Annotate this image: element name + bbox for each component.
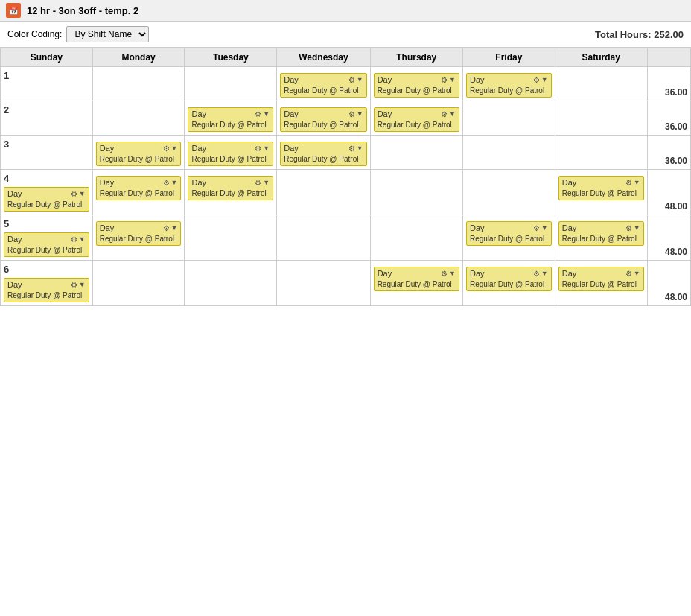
shift-description: Regular Duty @ Patrol	[284, 120, 363, 130]
dropdown-icon[interactable]: ▼	[634, 179, 640, 186]
shift-header: Day⚙▼	[562, 269, 640, 278]
shift-header: Day⚙▼	[7, 189, 86, 198]
gear-icon[interactable]: ⚙	[348, 76, 355, 84]
shift-name: Day	[191, 144, 206, 153]
shift-card: Day⚙▼Regular Duty @ Patrol	[374, 107, 459, 132]
shift-header: Day⚙▼	[284, 75, 363, 84]
shift-description: Regular Duty @ Patrol	[7, 245, 86, 255]
dropdown-icon[interactable]: ▼	[449, 76, 456, 83]
calendar-day-cell	[92, 101, 185, 136]
dropdown-icon[interactable]: ▼	[449, 270, 456, 277]
shift-card: Day⚙▼Regular Duty @ Patrol	[466, 73, 552, 98]
dropdown-icon[interactable]: ▼	[171, 145, 178, 152]
gear-icon[interactable]: ⚙	[441, 270, 448, 278]
shift-card: Day⚙▼Regular Duty @ Patrol	[188, 142, 273, 166]
gear-icon[interactable]: ⚙	[163, 145, 170, 153]
shift-card: Day⚙▼Regular Duty @ Patrol	[280, 142, 366, 166]
dropdown-icon[interactable]: ▼	[79, 235, 86, 243]
calendar-header-sunday: Sunday	[1, 48, 93, 67]
shift-header: Day⚙▼	[470, 75, 548, 84]
gear-icon[interactable]: ⚙	[533, 76, 540, 84]
shift-card: Day⚙▼Regular Duty @ Patrol	[280, 107, 366, 132]
dropdown-icon[interactable]: ▼	[357, 110, 363, 118]
calendar-day-cell	[370, 215, 462, 261]
calendar-header-monday: Monday	[92, 48, 185, 67]
dropdown-icon[interactable]: ▼	[171, 179, 178, 186]
gear-icon[interactable]: ⚙	[255, 145, 261, 153]
shift-header: Day⚙▼	[284, 144, 363, 153]
shift-description: Regular Duty @ Patrol	[378, 86, 456, 95]
gear-icon[interactable]: ⚙	[441, 76, 448, 84]
dropdown-icon[interactable]: ▼	[541, 76, 548, 83]
shift-description: Regular Duty @ Patrol	[284, 86, 363, 95]
shift-description: Regular Duty @ Patrol	[100, 154, 178, 164]
shift-header: Day⚙▼	[7, 280, 86, 289]
shift-description: Regular Duty @ Patrol	[7, 200, 86, 209]
gear-icon[interactable]: ⚙	[441, 110, 448, 118]
gear-icon[interactable]: ⚙	[625, 270, 632, 278]
calendar-table: SundayMondayTuesdayWednesdayThursdayFrid…	[0, 48, 691, 306]
dropdown-icon[interactable]: ▼	[263, 179, 270, 186]
row-total: 36.00	[647, 101, 690, 136]
gear-icon[interactable]: ⚙	[348, 110, 355, 118]
dropdown-icon[interactable]: ▼	[79, 281, 86, 288]
calendar-day-cell: Day⚙▼Regular Duty @ Patrol	[370, 101, 462, 136]
shift-card: Day⚙▼Regular Duty @ Patrol	[188, 107, 273, 132]
shift-header: Day⚙▼	[562, 178, 640, 187]
calendar-day-cell: 6Day⚙▼Regular Duty @ Patrol	[1, 261, 93, 306]
shift-card: Day⚙▼Regular Duty @ Patrol	[558, 267, 644, 291]
calendar-header-thursday: Thursday	[370, 48, 462, 67]
shift-name: Day	[378, 269, 392, 278]
gear-icon[interactable]: ⚙	[71, 281, 77, 289]
gear-icon[interactable]: ⚙	[625, 179, 632, 187]
row-total: 36.00	[647, 67, 690, 101]
shift-name: Day	[191, 178, 206, 187]
calendar-day-cell	[185, 215, 277, 261]
shift-name: Day	[7, 189, 22, 198]
calendar-day-cell: Day⚙▼Regular Duty @ Patrol	[92, 170, 185, 215]
shift-card: Day⚙▼Regular Duty @ Patrol	[558, 221, 644, 246]
dropdown-icon[interactable]: ▼	[79, 190, 86, 197]
row-total: 48.00	[647, 215, 690, 261]
calendar-day-cell: Day⚙▼Regular Duty @ Patrol	[462, 67, 555, 101]
gear-icon[interactable]: ⚙	[348, 145, 355, 153]
dropdown-icon[interactable]: ▼	[634, 224, 640, 232]
gear-icon[interactable]: ⚙	[533, 224, 540, 232]
gear-icon[interactable]: ⚙	[163, 179, 170, 187]
gear-icon[interactable]: ⚙	[163, 224, 170, 232]
row-total: 48.00	[647, 261, 690, 306]
calendar-day-cell: Day⚙▼Regular Duty @ Patrol	[370, 261, 462, 306]
total-hours-value: 252.00	[654, 29, 684, 40]
shift-description: Regular Duty @ Patrol	[378, 120, 456, 130]
shift-card: Day⚙▼Regular Duty @ Patrol	[558, 176, 644, 200]
dropdown-icon[interactable]: ▼	[357, 76, 363, 83]
gear-icon[interactable]: ⚙	[533, 270, 540, 278]
dropdown-icon[interactable]: ▼	[449, 110, 456, 118]
dropdown-icon[interactable]: ▼	[541, 270, 548, 277]
color-coding-select[interactable]: By Shift NameBy Shift TypeNone	[66, 26, 149, 42]
shift-header: Day⚙▼	[100, 178, 178, 187]
shift-header: Day⚙▼	[100, 144, 178, 153]
gear-icon[interactable]: ⚙	[255, 179, 261, 187]
dropdown-icon[interactable]: ▼	[171, 224, 178, 232]
dropdown-icon[interactable]: ▼	[634, 270, 640, 277]
calendar-day-cell	[92, 261, 185, 306]
shift-description: Regular Duty @ Patrol	[100, 188, 178, 198]
calendar-day-cell: 1	[1, 67, 93, 101]
shift-name: Day	[470, 223, 485, 232]
dropdown-icon[interactable]: ▼	[263, 145, 270, 152]
gear-icon[interactable]: ⚙	[71, 235, 77, 244]
shift-card: Day⚙▼Regular Duty @ Patrol	[96, 176, 182, 200]
shift-card: Day⚙▼Regular Duty @ Patrol	[374, 73, 459, 98]
gear-icon[interactable]: ⚙	[71, 190, 77, 198]
gear-icon[interactable]: ⚙	[255, 110, 261, 118]
dropdown-icon[interactable]: ▼	[357, 145, 363, 152]
shift-card: Day⚙▼Regular Duty @ Patrol	[4, 278, 89, 302]
week-number: 1	[4, 70, 89, 81]
gear-icon[interactable]: ⚙	[625, 224, 632, 232]
shift-name: Day	[100, 223, 115, 232]
shift-header: Day⚙▼	[191, 109, 270, 118]
calendar-day-cell: 4Day⚙▼Regular Duty @ Patrol	[1, 170, 93, 215]
dropdown-icon[interactable]: ▼	[541, 224, 548, 232]
dropdown-icon[interactable]: ▼	[263, 110, 270, 118]
